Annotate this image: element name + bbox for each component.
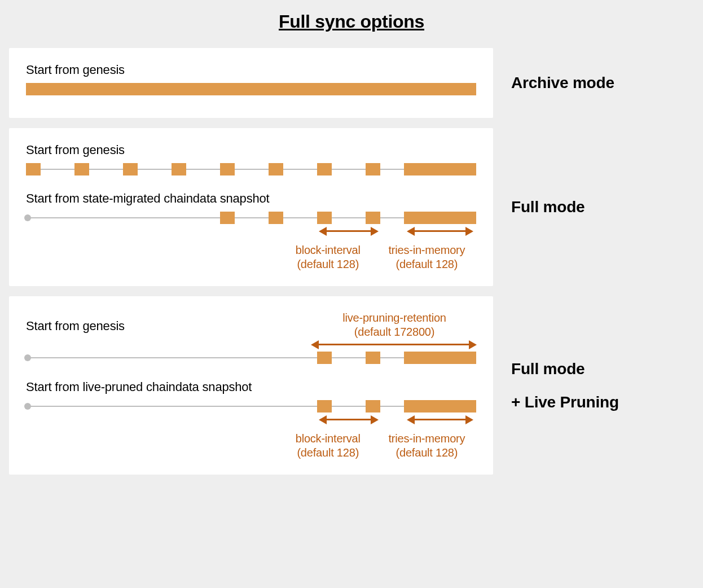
subtitle-pruning-snapshot: Start from live-pruned chaindata snapsho… <box>26 380 476 394</box>
block-icon <box>366 163 380 175</box>
block-icon <box>172 163 186 175</box>
card-pruning: live-pruning-retention (default 172800) … <box>9 296 493 475</box>
block-icon <box>404 352 476 364</box>
card-archive: Start from genesis <box>9 48 493 118</box>
timeline-archive <box>26 83 476 95</box>
arrow-tries-in-memory <box>408 419 472 420</box>
block-icon <box>220 212 235 224</box>
annotation-block-interval: block-interval (default 128) <box>279 243 377 271</box>
start-dot-icon <box>24 403 31 410</box>
side-label-full: Full mode <box>511 196 694 218</box>
side-pruning: Full mode + Live Pruning <box>493 358 694 413</box>
annotation-block-interval: block-interval (default 128) <box>279 432 377 460</box>
block-icon <box>317 352 332 364</box>
timeline-pruning-snapshot: block-interval (default 128) tries-in-me… <box>26 400 476 460</box>
block-icon <box>317 163 332 175</box>
annotation-live-pruning-retention: live-pruning-retention (default 172800) <box>313 311 476 339</box>
block-icon <box>74 163 89 175</box>
block-icon <box>317 400 332 413</box>
row-archive: Start from genesis Archive mode <box>9 48 694 118</box>
subtitle-full-snapshot: Start from state-migrated chaindata snap… <box>26 191 476 206</box>
block-icon <box>317 212 332 224</box>
arrow-tries-in-memory <box>408 230 472 232</box>
side-label-pruning-2: + Live Pruning <box>511 391 694 413</box>
start-dot-icon <box>24 354 31 361</box>
side-full: Full mode <box>493 196 694 218</box>
timeline-pruning-genesis <box>26 339 476 364</box>
block-icon <box>220 163 235 175</box>
block-icon <box>366 400 380 413</box>
block-icon <box>366 352 380 364</box>
annotation-tries-in-memory: tries-in-memory (default 128) <box>377 432 476 460</box>
page-title: Full sync options <box>9 11 694 32</box>
start-dot-icon <box>24 214 31 221</box>
side-archive: Archive mode <box>493 72 694 94</box>
subtitle-full-genesis: Start from genesis <box>26 143 476 157</box>
side-label-pruning-1: Full mode <box>511 358 694 380</box>
arrow-live-pruning-retention <box>313 344 475 345</box>
block-icon <box>404 212 476 224</box>
row-full: Start from genesis Start from state-migr… <box>9 128 694 286</box>
arrow-block-interval <box>320 419 377 420</box>
solid-bar <box>26 83 476 95</box>
block-icon <box>123 163 138 175</box>
subtitle-archive-genesis: Start from genesis <box>26 63 476 77</box>
annotation-tries-in-memory: tries-in-memory (default 128) <box>377 243 476 271</box>
block-icon <box>366 212 380 224</box>
timeline-full-genesis <box>26 163 476 175</box>
block-icon <box>26 163 41 175</box>
block-icon <box>404 400 476 413</box>
timeline-full-snapshot: block-interval (default 128) tries-in-me… <box>26 212 476 271</box>
block-icon <box>269 212 283 224</box>
row-pruning: live-pruning-retention (default 172800) … <box>9 296 694 475</box>
arrow-block-interval <box>320 230 377 232</box>
block-icon <box>269 163 283 175</box>
block-icon <box>404 163 476 175</box>
side-label-archive: Archive mode <box>511 72 694 94</box>
card-full: Start from genesis Start from state-migr… <box>9 128 493 286</box>
